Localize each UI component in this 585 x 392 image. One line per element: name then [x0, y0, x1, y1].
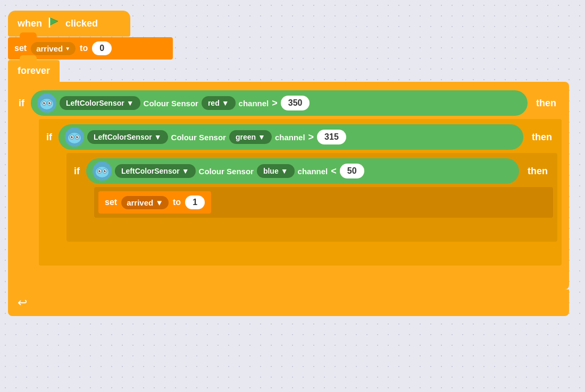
if1-container: if — [13, 87, 564, 289]
forever-label: forever — [8, 60, 60, 82]
svg-point-25 — [105, 170, 106, 171]
if2-body: if — [66, 153, 557, 242]
if1-row: if — [13, 87, 564, 119]
if3-operator: < — [331, 166, 337, 177]
flag-icon — [47, 16, 60, 31]
arrived-one-dropdown[interactable]: arrived ▼ — [121, 196, 169, 209]
arrived-dropdown[interactable]: arrived ▼ — [31, 42, 76, 55]
repeat-icon: ↩ — [18, 296, 27, 310]
set-label: set — [14, 44, 27, 53]
set-arrived-one-block[interactable]: set arrived ▼ to 1 — [98, 191, 211, 214]
robot-icon-2 — [65, 127, 84, 147]
if3-row: if — [69, 155, 555, 187]
if3-then: then — [523, 166, 552, 177]
svg-marker-0 — [49, 18, 58, 25]
if3-value[interactable]: 50 — [340, 164, 364, 178]
if2-row: if — [41, 121, 559, 153]
if1-sensor-block[interactable]: LeftColorSensor ▼ Colour Sensor red ▼ ch… — [31, 90, 528, 116]
if1-close-space — [13, 266, 564, 289]
workspace: when clicked set arrived ▼ to 0 forever — [8, 11, 569, 316]
if2-sensor-name[interactable]: LeftColorSensor ▼ — [87, 130, 168, 144]
svg-point-24 — [99, 170, 101, 171]
if3-body: set arrived ▼ to 1 — [94, 187, 553, 218]
to-one-label: to — [173, 198, 181, 207]
sensor1-arrow: ▼ — [127, 99, 134, 107]
if1-operator: > — [272, 98, 278, 109]
if1-label: if — [16, 98, 27, 109]
if1-channel-pill[interactable]: red ▼ — [202, 96, 236, 110]
if2-then: then — [528, 132, 556, 143]
forever-bottom: ↩ — [8, 289, 569, 316]
one-value[interactable]: 1 — [185, 195, 205, 209]
if1-colour-sensor-text: Colour Sensor — [144, 99, 198, 108]
if2-value[interactable]: 315 — [317, 130, 346, 144]
if3-sensor-block[interactable]: LeftColorSensor ▼ Colour Sensor blue ▼ c… — [86, 158, 519, 184]
if3-colour-sensor-text: Colour Sensor — [199, 167, 254, 176]
if1-body: if — [39, 119, 562, 266]
if3-sensor-name[interactable]: LeftColorSensor ▼ — [115, 164, 196, 178]
if2-label: if — [44, 132, 54, 143]
if2-sensor-block[interactable]: LeftColorSensor ▼ Colour Sensor green ▼ … — [59, 124, 523, 150]
if2-channel-text: channel — [275, 133, 305, 142]
svg-point-17 — [77, 136, 78, 137]
if3-label: if — [72, 166, 82, 177]
if2-channel-pill[interactable]: green ▼ — [229, 130, 272, 144]
if1-sensor-name[interactable]: LeftColorSensor ▼ — [60, 96, 140, 110]
if1-channel-text: channel — [239, 99, 269, 108]
robot-icon-3 — [93, 161, 112, 181]
if3-channel-pill[interactable]: blue ▼ — [257, 164, 295, 178]
if1-then: then — [532, 98, 561, 109]
svg-point-8 — [44, 102, 45, 103]
if2-colour-sensor-text: Colour Sensor — [171, 133, 226, 142]
if3-channel-text: channel — [298, 167, 328, 176]
dropdown-arrow: ▼ — [65, 46, 70, 52]
svg-point-9 — [49, 102, 51, 103]
if3-close-space — [69, 218, 555, 242]
clicked-label: clicked — [65, 18, 98, 29]
if2-operator: > — [308, 132, 314, 143]
when-label: when — [18, 18, 42, 29]
if1-value[interactable]: 350 — [281, 96, 310, 110]
set-one-label: set — [105, 198, 117, 207]
forever-container: forever if — [8, 60, 569, 316]
if2-close-space — [41, 242, 559, 266]
svg-point-16 — [72, 136, 73, 137]
to-label: to — [80, 44, 88, 53]
robot-icon-1 — [37, 93, 56, 113]
zero-value[interactable]: 0 — [92, 41, 112, 55]
